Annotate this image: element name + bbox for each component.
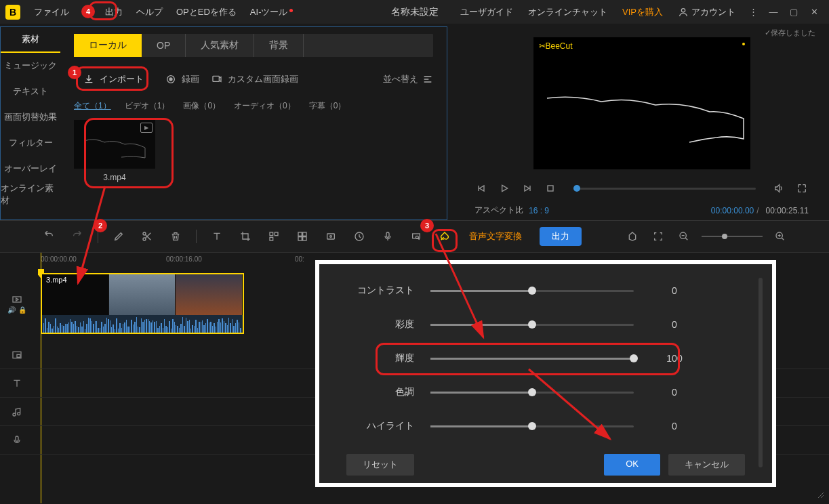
cat-tab-local[interactable]: ローカル — [74, 34, 142, 57]
time-separator: / — [756, 206, 759, 215]
marker-icon[interactable] — [624, 228, 641, 245]
delete-icon[interactable] — [167, 228, 184, 245]
mic-icon[interactable] — [380, 228, 396, 245]
slider-track[interactable] — [430, 425, 634, 427]
play-controls — [468, 182, 815, 195]
slider-label: 色調 — [346, 386, 414, 398]
side-tab-text[interactable]: テキスト — [1, 79, 60, 104]
menu-account[interactable]: アカウント — [671, 6, 742, 18]
main-area: 素材 ミュージック テキスト 画面切替効果 フィルター オーバーレイ オンライン… — [0, 24, 829, 220]
stop-icon[interactable] — [544, 182, 557, 195]
redo-icon[interactable] — [69, 228, 85, 245]
slider-highlight: ハイライト 0 — [346, 420, 745, 432]
track-head-audio[interactable] — [0, 406, 34, 417]
media-item[interactable]: ▶ 3.mp4 — [74, 120, 155, 182]
fit-icon[interactable] — [650, 228, 666, 245]
annotation-marker-1: 1 — [68, 66, 81, 79]
maximize-icon[interactable]: ▢ — [784, 3, 803, 22]
more-icon[interactable]: ⋮ — [744, 3, 763, 22]
svg-rect-15 — [327, 234, 335, 239]
side-tab-music[interactable]: ミュージック — [1, 53, 60, 79]
svg-rect-12 — [303, 232, 306, 236]
slider-track[interactable] — [430, 324, 634, 326]
track-head-pip[interactable] — [0, 350, 34, 360]
grid-icon[interactable] — [294, 228, 310, 245]
export-button[interactable]: 出力 — [540, 227, 582, 246]
filter-video[interactable]: ビデオ（1） — [125, 100, 170, 112]
text-icon[interactable] — [209, 228, 225, 245]
menu-oped[interactable]: OPとEDを作る — [169, 6, 243, 18]
menu-help[interactable]: ヘルプ — [129, 6, 169, 18]
menu-export[interactable]: 出力 — [98, 6, 129, 18]
menu-vip[interactable]: VIPを購入 — [615, 6, 670, 18]
record-button[interactable]: 録画 — [165, 73, 199, 85]
svg-point-16 — [330, 236, 332, 238]
pencil-icon[interactable] — [110, 228, 127, 245]
menu-aitool[interactable]: AI-ツール — [243, 6, 295, 18]
aspect-value[interactable]: 16 : 9 — [529, 206, 549, 215]
filter-all[interactable]: 全て（1） — [74, 100, 111, 112]
ok-button[interactable]: OK — [604, 454, 660, 476]
fullscreen-icon[interactable] — [795, 182, 809, 195]
filter-image[interactable]: 画像（0） — [183, 100, 220, 112]
svg-point-2 — [169, 78, 172, 81]
close-icon[interactable]: ✕ — [805, 3, 824, 22]
cat-tab-op[interactable]: OP — [142, 34, 186, 57]
menu-file[interactable]: ファイル — [27, 6, 76, 18]
side-tab-online[interactable]: オンライン素材 — [1, 182, 60, 207]
cancel-button[interactable]: キャンセル — [668, 454, 745, 476]
slider-contrast: コントラスト 0 — [346, 285, 745, 297]
color-adjust-icon[interactable] — [437, 228, 453, 245]
cat-tab-bg[interactable]: 背景 — [254, 34, 304, 57]
slider-label: コントラスト — [346, 285, 414, 297]
track-head-text[interactable] — [0, 378, 34, 389]
cat-tab-popular[interactable]: 人気素材 — [186, 34, 254, 57]
minimize-icon[interactable]: — — [764, 3, 783, 22]
zoom-tool-icon[interactable] — [408, 228, 424, 245]
preview-video[interactable]: ✂BeeCut — [533, 37, 750, 169]
custom-record-button[interactable]: カスタム画面録画 — [211, 73, 298, 85]
slider-hue: 色調 0 — [346, 386, 745, 398]
video-clip[interactable]: 3.mp4 — [41, 273, 244, 334]
slider-track[interactable] — [430, 358, 634, 360]
side-tab-material[interactable]: 素材 — [1, 27, 60, 53]
reset-button[interactable]: リセット — [346, 454, 414, 476]
video-badge-icon: ▶ — [140, 123, 153, 133]
volume-icon[interactable] — [772, 182, 786, 195]
sort-button[interactable]: 並べ替え — [383, 73, 433, 85]
slider-label: 輝度 — [346, 352, 414, 364]
mosaic-icon[interactable] — [266, 228, 282, 245]
crop-icon[interactable] — [237, 228, 254, 245]
app-logo: B — [5, 5, 20, 20]
side-tab-filter[interactable]: フィルター — [1, 130, 60, 156]
document-title: 名称未設定 — [391, 6, 439, 18]
side-tab-overlay[interactable]: オーバーレイ — [1, 156, 60, 182]
category-tabs: ローカル OP 人気素材 背景 — [74, 34, 433, 57]
scissors-icon[interactable] — [139, 228, 155, 245]
svg-rect-10 — [270, 237, 273, 240]
track-head-voice[interactable] — [0, 435, 34, 446]
menu-userguide[interactable]: ユーザガイド — [453, 6, 520, 18]
zoom-out-icon[interactable] — [676, 228, 692, 245]
zoom-in-icon[interactable] — [772, 228, 788, 245]
track-head-video[interactable]: 🔊🔒 — [0, 273, 34, 334]
undo-icon[interactable] — [41, 228, 57, 245]
panel-scrollbar[interactable] — [759, 278, 763, 467]
speed-icon[interactable] — [351, 228, 367, 245]
prev-frame-icon[interactable] — [474, 182, 488, 195]
zoom-slider[interactable] — [702, 236, 763, 237]
voice-convert-label[interactable]: 音声文字変換 — [469, 230, 522, 243]
filter-subtitle[interactable]: 字幕（0） — [309, 100, 346, 112]
menu-onlinechat[interactable]: オンラインチャット — [521, 6, 614, 18]
play-icon[interactable] — [498, 182, 511, 195]
next-frame-icon[interactable] — [521, 182, 534, 195]
filter-audio[interactable]: オーディオ（0） — [234, 100, 296, 112]
freeze-icon[interactable] — [323, 228, 339, 245]
slider-track[interactable] — [430, 392, 634, 394]
resize-handle-icon[interactable] — [817, 491, 825, 499]
slider-track[interactable] — [430, 290, 634, 292]
svg-rect-5 — [548, 186, 553, 191]
import-button[interactable]: インポート — [74, 69, 153, 89]
side-tab-transition[interactable]: 画面切替効果 — [1, 104, 60, 130]
progress-slider[interactable] — [573, 188, 756, 190]
